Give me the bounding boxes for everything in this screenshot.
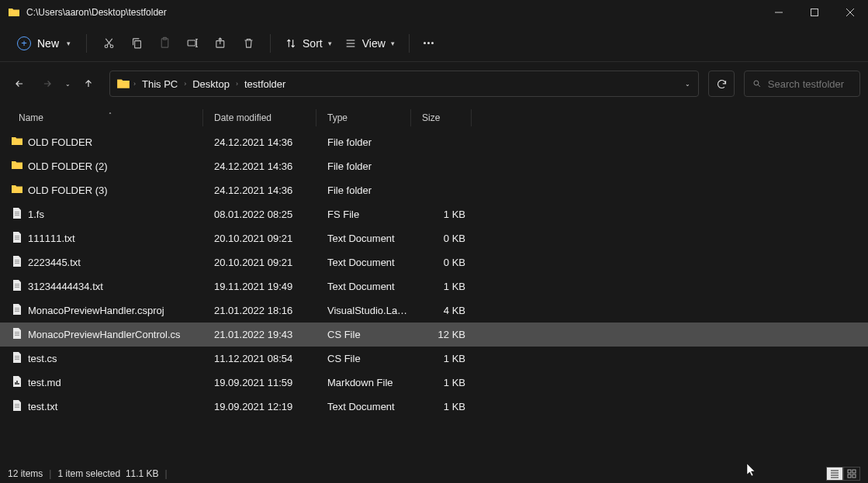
file-size: 4 KB (411, 305, 472, 316)
history-dropdown[interactable]: ⌄ (64, 81, 72, 88)
view-icon (344, 37, 357, 50)
chevron-right-icon: › (182, 80, 188, 88)
status-count: 12 items (8, 468, 43, 479)
file-size: 0 KB (411, 257, 472, 268)
file-type: Text Document (316, 281, 411, 292)
address-bar[interactable]: › This PC › Desktop › testfolder ⌄ (109, 71, 699, 97)
file-size: 1 KB (411, 353, 472, 364)
close-button[interactable] (832, 0, 868, 25)
share-button[interactable] (206, 29, 234, 57)
cut-button[interactable] (95, 29, 123, 57)
paste-button[interactable] (150, 29, 178, 57)
folder-icon (11, 183, 23, 198)
svg-point-1 (105, 45, 108, 48)
chevron-right-icon: › (234, 80, 240, 88)
file-type: Markdown File (316, 377, 411, 388)
col-type[interactable]: Type (316, 109, 411, 126)
breadcrumb-item[interactable]: Desktop (188, 78, 234, 90)
refresh-button[interactable] (708, 71, 735, 97)
rename-button[interactable] (178, 29, 206, 57)
svg-point-2 (110, 45, 113, 48)
sort-indicator: ˄ (109, 112, 112, 119)
file-icon (11, 255, 23, 270)
file-name: test.md (28, 377, 61, 388)
toolbar: + New ▾ Sort ▾ View ▾ (0, 25, 868, 62)
file-row[interactable]: 31234444434.txt19.11.2021 19:49Text Docu… (0, 274, 868, 298)
more-button[interactable] (417, 42, 440, 44)
file-name: MonacoPreviewHandler.csproj (28, 305, 164, 316)
file-type: CS File (316, 353, 411, 364)
search-input[interactable] (768, 78, 852, 90)
file-name: 2223445.txt (28, 257, 81, 268)
file-row[interactable]: MonacoPreviewHandler.csproj21.01.2022 18… (0, 298, 868, 323)
svg-rect-9 (848, 470, 851, 473)
back-button[interactable] (8, 72, 31, 95)
search-box[interactable] (744, 71, 860, 97)
file-name: OLD FOLDER (28, 136, 92, 148)
window-title: C:\Users\aaron\Desktop\testfolder (26, 7, 761, 18)
file-name: OLD FOLDER (3) (28, 185, 108, 196)
col-size[interactable]: Size (411, 109, 472, 126)
file-type: Text Document (316, 401, 411, 412)
maximize-button[interactable] (797, 0, 832, 25)
file-row[interactable]: 111111.txt20.10.2021 09:21Text Document0… (0, 226, 868, 250)
new-button[interactable]: + New ▾ (9, 32, 78, 55)
file-size: 0 KB (411, 233, 472, 244)
breadcrumb-item[interactable]: This PC (137, 78, 182, 90)
sort-label: Sort (303, 37, 323, 50)
file-row[interactable]: test.txt19.09.2021 12:19Text Document1 K… (0, 395, 868, 419)
file-row[interactable]: 1.fs08.01.2022 08:25FS File1 KB (0, 202, 868, 226)
plus-icon: + (17, 36, 31, 50)
col-date[interactable]: Date modified (203, 109, 316, 126)
file-row[interactable]: OLD FOLDER (2)24.12.2021 14:36File folde… (0, 154, 868, 178)
status-selected: 1 item selected (57, 468, 120, 479)
new-label: New (37, 37, 59, 50)
file-row[interactable]: OLD FOLDER24.12.2021 14:36File folder (0, 130, 868, 154)
icons-view-button[interactable] (843, 467, 860, 481)
svg-rect-3 (134, 41, 140, 48)
file-size: 12 KB (411, 329, 472, 340)
file-name: 111111.txt (28, 233, 75, 244)
address-dropdown[interactable]: ⌄ (683, 81, 692, 88)
file-row[interactable]: test.md19.09.2021 11:59Markdown File1 KB (0, 371, 868, 395)
file-date: 21.01.2022 19:43 (203, 329, 316, 340)
file-date: 21.01.2022 18:16 (203, 305, 316, 316)
folder-icon (8, 6, 20, 19)
delete-button[interactable] (234, 29, 262, 57)
folder-icon (11, 135, 23, 150)
file-icon (11, 303, 23, 318)
file-type: Text Document (316, 233, 411, 244)
file-name: 31234444434.txt (28, 281, 103, 292)
file-date: 08.01.2022 08:25 (203, 209, 316, 220)
folder-icon (11, 159, 23, 174)
breadcrumb-item[interactable]: testfolder (240, 78, 290, 90)
col-name[interactable]: Name ˄ (0, 109, 203, 126)
up-button[interactable] (77, 72, 100, 95)
minimize-button[interactable] (761, 0, 797, 25)
nav-row: ⌄ › This PC › Desktop › testfolder ⌄ (0, 62, 868, 105)
separator (86, 34, 87, 53)
file-row[interactable]: MonacoPreviewHandlerControl.cs21.01.2022… (0, 323, 868, 347)
file-name: test.cs (28, 353, 57, 364)
file-date: 24.12.2021 14:36 (203, 136, 316, 148)
sort-button[interactable]: Sort ▾ (278, 33, 338, 54)
file-row[interactable]: test.cs11.12.2021 08:54CS File1 KB (0, 347, 868, 371)
svg-rect-6 (188, 40, 195, 46)
chevron-right-icon: › (132, 80, 137, 88)
forward-button[interactable] (36, 72, 59, 95)
details-view-button[interactable] (826, 467, 843, 481)
file-date: 19.09.2021 11:59 (203, 377, 316, 388)
view-label: View (362, 37, 386, 50)
file-row[interactable]: OLD FOLDER (3)24.12.2021 14:36File folde… (0, 178, 868, 202)
copy-button[interactable] (123, 29, 150, 57)
chevron-down-icon: ▾ (67, 40, 71, 47)
window-controls (761, 0, 868, 25)
chevron-down-icon: ▾ (391, 40, 395, 47)
file-rows: OLD FOLDER24.12.2021 14:36File folderOLD… (0, 130, 868, 419)
file-row[interactable]: 2223445.txt20.10.2021 09:21Text Document… (0, 250, 868, 274)
status-bar: 12 items | 1 item selected 11.1 KB | (0, 464, 868, 483)
file-date: 24.12.2021 14:36 (203, 160, 316, 172)
file-icon (11, 399, 23, 414)
file-list: Name ˄ Date modified Type Size OLD FOLDE… (0, 105, 868, 464)
view-button[interactable]: View ▾ (338, 33, 401, 54)
